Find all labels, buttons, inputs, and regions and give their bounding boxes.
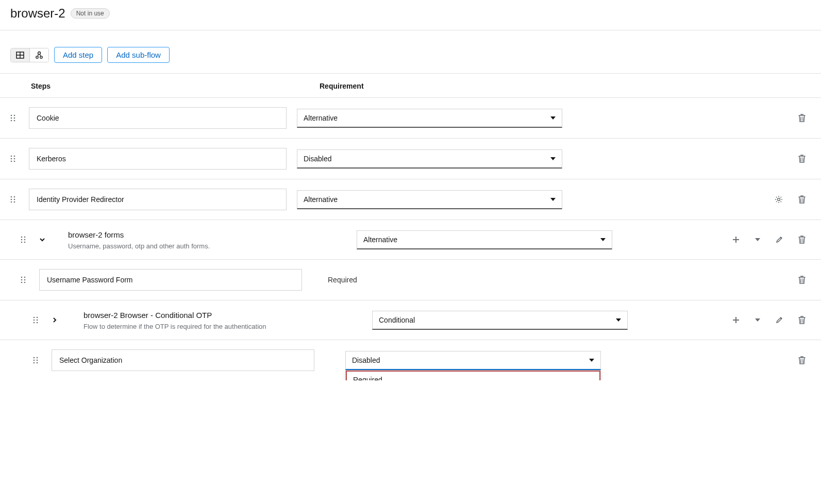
- delete-button[interactable]: [796, 193, 808, 206]
- select-box[interactable]: Disabled: [345, 351, 601, 370]
- delete-button[interactable]: [796, 153, 808, 165]
- edit-button[interactable]: [774, 314, 785, 326]
- page-title: browser-2: [10, 6, 65, 21]
- row-actions: [612, 233, 811, 246]
- svg-point-19: [14, 161, 15, 162]
- drag-handle-icon[interactable]: [33, 316, 52, 324]
- svg-point-49: [33, 362, 35, 364]
- svg-point-23: [14, 199, 15, 200]
- drag-handle-icon[interactable]: [10, 155, 29, 162]
- chevron-right-icon[interactable]: [52, 317, 80, 323]
- svg-point-22: [11, 199, 12, 200]
- page-header: browser-2 Not in use: [0, 0, 821, 30]
- svg-point-25: [14, 201, 15, 203]
- requirement-select[interactable]: Alternative: [297, 109, 562, 128]
- requirement-select[interactable]: Alternative: [297, 190, 562, 209]
- flow-row: browser-2 formsUsername, password, otp a…: [0, 220, 821, 260]
- delete-button[interactable]: [796, 112, 808, 124]
- step-name: browser-2 Browser - Conditional OTP: [83, 311, 341, 320]
- svg-point-10: [11, 117, 12, 119]
- add-subflow-button[interactable]: Add sub-flow: [107, 47, 170, 63]
- settings-button[interactable]: [773, 193, 785, 206]
- step-name-box: Kerberos: [29, 148, 287, 170]
- requirement-select[interactable]: Disabled: [297, 149, 562, 169]
- view-table-button[interactable]: [11, 48, 30, 62]
- caret-down-icon: [550, 198, 556, 201]
- svg-point-30: [24, 239, 26, 241]
- svg-point-47: [33, 360, 35, 361]
- svg-point-45: [33, 357, 35, 359]
- requirement-select[interactable]: Conditional: [372, 311, 628, 330]
- delete-button[interactable]: [796, 233, 808, 246]
- flow-row: CookieAlternative: [0, 98, 821, 139]
- svg-point-38: [24, 282, 26, 283]
- drag-handle-icon[interactable]: [21, 236, 39, 243]
- svg-point-28: [24, 237, 26, 238]
- step-name: Select Organization: [59, 356, 307, 364]
- select-box[interactable]: Alternative: [357, 230, 612, 249]
- view-diagram-button[interactable]: [30, 48, 48, 62]
- svg-point-36: [24, 279, 26, 281]
- add-step-button[interactable]: Add step: [54, 47, 102, 63]
- add-button[interactable]: [730, 233, 742, 246]
- select-box[interactable]: Conditional: [372, 311, 628, 330]
- delete-button[interactable]: [796, 314, 808, 326]
- trash-icon: [798, 236, 806, 244]
- toolbar: Add step Add sub-flow: [0, 30, 821, 74]
- drag-handle-icon[interactable]: [33, 357, 52, 364]
- step-name: Cookie: [37, 114, 279, 122]
- select-box[interactable]: Alternative: [297, 109, 562, 128]
- step-title-area: browser-2 formsUsername, password, otp a…: [68, 229, 326, 250]
- drag-handle-icon[interactable]: [10, 196, 29, 203]
- step-name-box: Username Password Form: [39, 269, 302, 291]
- svg-point-21: [14, 196, 15, 198]
- requirement-dropdown: RequiredDisabled: [345, 370, 601, 381]
- caret-down-icon: [616, 318, 621, 322]
- step-name-box: Select Organization: [52, 349, 314, 371]
- svg-point-20: [11, 196, 12, 198]
- select-box[interactable]: Alternative: [297, 190, 562, 209]
- select-value: Disabled: [352, 356, 380, 364]
- caret-down-icon: [550, 116, 556, 120]
- requirement-select[interactable]: Alternative: [357, 230, 612, 249]
- svg-point-31: [21, 242, 23, 243]
- edit-button[interactable]: [774, 233, 785, 246]
- svg-point-32: [24, 242, 26, 243]
- chevron-down-icon[interactable]: [39, 237, 68, 243]
- svg-point-26: [778, 198, 780, 201]
- dropdown-option[interactable]: Required: [346, 371, 600, 381]
- more-dropdown-button[interactable]: [753, 233, 762, 246]
- step-description: Username, password, otp and other auth f…: [68, 242, 326, 250]
- svg-point-33: [21, 277, 23, 278]
- select-value: Disabled: [304, 155, 331, 163]
- requirement-static: Required: [326, 276, 583, 284]
- delete-button[interactable]: [796, 354, 808, 366]
- caret-down-icon: [589, 359, 594, 362]
- trash-icon: [798, 114, 806, 122]
- step-name: Kerberos: [37, 155, 279, 163]
- row-actions: [628, 314, 811, 326]
- delete-button[interactable]: [796, 274, 808, 286]
- add-button[interactable]: [730, 314, 742, 326]
- svg-point-46: [37, 357, 38, 359]
- svg-point-17: [14, 158, 15, 160]
- flow-row: Username Password FormRequired: [0, 260, 821, 300]
- view-toggle: [10, 48, 49, 62]
- step-name: Username Password Form: [47, 276, 294, 284]
- requirement-select[interactable]: DisabledRequiredDisabled: [345, 351, 601, 370]
- svg-point-13: [14, 120, 15, 122]
- trash-icon: [798, 276, 806, 284]
- edit-icon: [776, 236, 783, 243]
- column-requirement: Requirement: [320, 82, 790, 90]
- select-box[interactable]: Disabled: [297, 149, 562, 169]
- svg-point-34: [24, 277, 26, 278]
- trash-icon: [798, 155, 806, 163]
- svg-point-18: [11, 161, 12, 162]
- select-value: Alternative: [363, 236, 397, 244]
- row-actions: [601, 354, 811, 366]
- drag-handle-icon[interactable]: [21, 276, 39, 283]
- more-dropdown-button[interactable]: [753, 314, 762, 326]
- drag-handle-icon[interactable]: [10, 114, 29, 122]
- svg-point-4: [36, 56, 38, 58]
- columns-header: Steps Requirement: [0, 74, 821, 98]
